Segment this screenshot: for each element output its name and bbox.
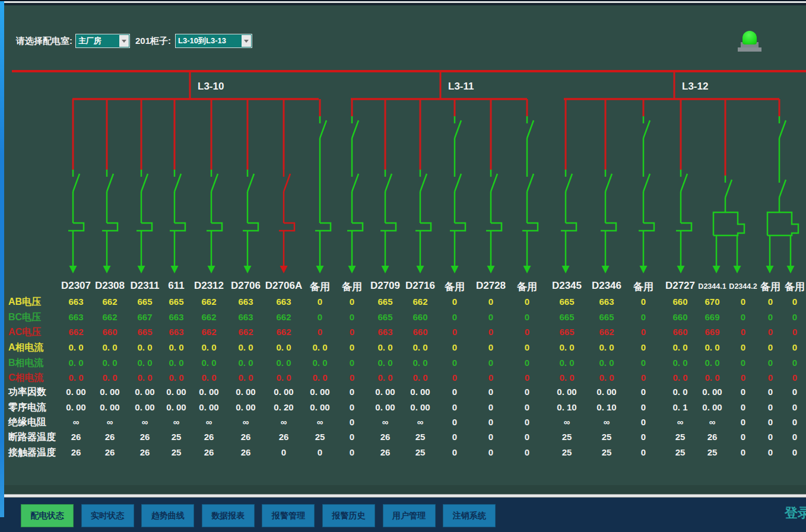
table-cell: 663 — [265, 297, 303, 307]
feeder-arrow-icon — [713, 266, 721, 273]
toolbar-button[interactable]: 配电状态 — [21, 504, 74, 527]
diagram-line — [522, 223, 538, 231]
table-cell: 660 — [91, 327, 129, 337]
table-cell: 0 — [508, 327, 546, 337]
diagram-line — [170, 223, 185, 231]
table-cell: 0 — [333, 312, 371, 322]
bottom-shadow-band — [0, 485, 806, 494]
table-cell: 662 — [401, 297, 439, 307]
table-cell: 0 — [776, 387, 806, 397]
table-cell: 0. 00 — [91, 402, 129, 412]
feeder-arrow-icon — [208, 266, 215, 273]
diagram-line — [174, 174, 181, 192]
table-cell: ∞ — [227, 417, 265, 427]
table-cell: 663 — [366, 327, 404, 337]
toolbar-button[interactable]: 报警管理 — [262, 504, 315, 527]
diagram-line — [491, 174, 497, 192]
diagram-line — [643, 174, 650, 192]
table-cell: 0 — [624, 402, 662, 412]
cabinet-select-arrow[interactable] — [242, 35, 251, 47]
diagram-line — [352, 120, 358, 138]
feeder-arrow-icon — [138, 266, 145, 273]
diagram-line — [450, 223, 465, 231]
table-cell: 0. 0 — [366, 358, 404, 368]
table-cell: 0. 00 — [190, 387, 228, 397]
cabinet-select-label: 201柜子: — [135, 36, 171, 47]
table-cell: 0. 0 — [57, 372, 95, 383]
table-cell: 0 — [333, 327, 371, 337]
section-label: L3-12 — [682, 81, 708, 93]
table-cell: 0 — [624, 312, 662, 322]
feeder-arrow-icon — [766, 266, 774, 273]
toolbar-button[interactable]: 注销系统 — [443, 504, 496, 527]
table-cell: 0. 0 — [265, 342, 303, 352]
table-cell: 26 — [190, 432, 228, 442]
table-cell: 662 — [265, 327, 303, 337]
feeder-arrow-icon — [348, 266, 356, 273]
table-row-label: BC电压 — [8, 311, 41, 324]
room-select-value: 主厂房 — [76, 36, 119, 46]
table-cell: 663 — [57, 312, 95, 322]
table-cell: 0. 10 — [548, 402, 586, 412]
toolbar-button[interactable]: 用户管理 — [383, 504, 436, 527]
diagram-line — [315, 223, 331, 231]
table-cell: 0. 00 — [366, 387, 404, 397]
table-cell: 0 — [436, 342, 474, 352]
diagram-line — [415, 223, 431, 231]
table-cell: 0. 0 — [548, 342, 586, 352]
diagram-line — [486, 223, 502, 231]
table-cell: 0. 0 — [401, 342, 439, 352]
table-cell: 0 — [624, 358, 662, 368]
table-cell: 0. 0 — [190, 358, 228, 368]
feeder-arrow-icon — [103, 266, 111, 273]
table-cell: 0 — [333, 387, 371, 397]
table-cell: 0 — [776, 372, 806, 383]
table-cell: 662 — [57, 327, 95, 337]
table-cell: 0. 0 — [91, 372, 129, 383]
table-cell: 0 — [436, 327, 474, 337]
table-cell: 0. 0 — [190, 342, 228, 352]
table-cell: 0. 00 — [190, 402, 228, 412]
table-cell: 662 — [91, 312, 129, 322]
chevron-down-icon — [244, 40, 249, 43]
table-cell: 26 — [265, 432, 303, 442]
room-select[interactable]: 主厂房 — [75, 34, 130, 48]
table-cell: 663 — [57, 297, 95, 307]
table-row-label: 绝缘电阻 — [8, 416, 46, 429]
diagram-line — [347, 223, 363, 231]
lamp-base — [738, 47, 761, 52]
cabinet-select-value: L3-10到L3-13 — [176, 36, 242, 46]
diagram-line — [247, 174, 254, 192]
table-cell: 0 — [508, 402, 546, 412]
table-cell: 0 — [776, 327, 806, 337]
table-cell: 662 — [190, 327, 228, 337]
room-select-arrow[interactable] — [119, 35, 129, 47]
table-cell: ∞ — [548, 417, 586, 427]
table-cell: 25 — [548, 432, 586, 442]
table-row-label: 断路器温度 — [8, 431, 56, 444]
diagram-line — [107, 174, 113, 192]
table-cell: 0 — [436, 387, 474, 397]
table-cell: 662 — [227, 327, 265, 337]
feeder-arrow-icon — [640, 266, 648, 273]
toolbar-button[interactable]: 趋势曲线 — [141, 504, 194, 527]
section-label: L3-10 — [198, 81, 224, 93]
table-cell: 0 — [508, 387, 546, 397]
table-cell: 25 — [401, 432, 439, 442]
diagram-line — [767, 212, 798, 235]
login-link[interactable]: 登录 — [785, 504, 806, 522]
table-cell: 0. 00 — [57, 387, 95, 397]
table-cell: 665 — [548, 312, 586, 322]
cabinet-select[interactable]: L3-10到L3-13 — [175, 34, 252, 48]
table-cell: 0. 00 — [548, 387, 586, 397]
diagram-line — [68, 223, 84, 231]
table-cell: 0. 10 — [588, 402, 626, 412]
feeder-arrow-icon — [487, 266, 495, 273]
diagram-line — [676, 223, 691, 231]
toolbar-button[interactable]: 数据报表 — [202, 504, 255, 527]
toolbar-button[interactable]: 实时状态 — [81, 504, 134, 527]
table-cell: 0 — [333, 372, 371, 383]
table-cell: 0 — [436, 432, 474, 442]
feeder-arrow-icon — [69, 266, 77, 273]
toolbar-button[interactable]: 报警历史 — [322, 504, 375, 527]
